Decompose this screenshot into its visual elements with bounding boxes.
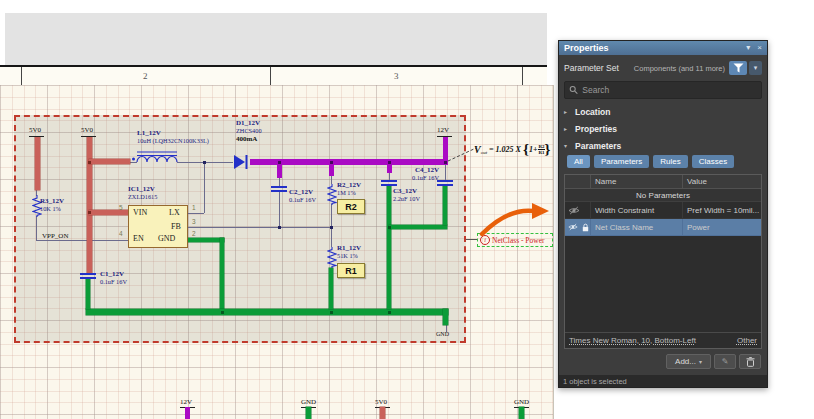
bottom-port-12v-bar[interactable] — [185, 407, 190, 419]
net-gnd-r1[interactable] — [329, 268, 333, 309]
capacitor-c4-symbol[interactable] — [437, 184, 453, 186]
net-12v-stub-c3[interactable] — [387, 165, 392, 173]
net-5v0-inductor-wire[interactable] — [89, 159, 130, 164]
panel-pin-icon[interactable]: ▾ — [746, 44, 750, 52]
c4-designator: C4_12V — [415, 166, 439, 174]
panel-titlebar[interactable]: Properties ▾ × — [559, 41, 767, 55]
r2-value: 1M 1% — [337, 189, 356, 196]
junction-dot — [88, 211, 91, 214]
bottom-port-5v0[interactable]: 5V0 — [375, 398, 387, 406]
capacitor-c1-symbol[interactable] — [80, 273, 96, 275]
net-gnd-c3-c4[interactable] — [389, 225, 447, 229]
trash-icon — [746, 357, 755, 367]
search-box[interactable] — [564, 81, 762, 99]
tab-classes[interactable]: Classes — [692, 155, 734, 168]
ic1-pin-lx: LX — [169, 208, 180, 217]
selection-status-text: 1 object is selected — [563, 377, 627, 386]
tab-rules[interactable]: Rules — [653, 155, 687, 168]
power-port-12v-top[interactable]: 12V — [437, 126, 449, 134]
capacitor-c2-symbol[interactable] — [271, 186, 287, 188]
wire-lx[interactable] — [188, 213, 204, 214]
wire[interactable] — [331, 227, 332, 247]
filter-button[interactable] — [729, 61, 747, 75]
eye-slash-icon[interactable] — [568, 206, 580, 215]
capacitor-c3-symbol[interactable] — [381, 184, 397, 186]
section-location[interactable]: ▸ Location — [564, 103, 762, 120]
r2-classification-tag[interactable]: R2 — [337, 199, 365, 214]
schematic-sheet[interactable]: 5V0 5V0 12V GND R3_12V 10K 1% VPP_ON L1_… — [0, 85, 554, 419]
bottom-port-gnd-2[interactable]: GND — [514, 398, 529, 406]
net-12v-stub-c2[interactable] — [277, 165, 282, 178]
net-gnd-c4[interactable] — [443, 186, 447, 225]
lock-icon[interactable] — [581, 223, 590, 232]
junction-dot — [278, 226, 281, 229]
net-gnd-c3[interactable] — [387, 186, 391, 309]
capacitor-c4-symbol[interactable] — [437, 180, 453, 182]
net-gnd-vertical[interactable] — [220, 238, 224, 312]
net-5v0-port-a[interactable] — [35, 137, 40, 190]
search-input[interactable] — [582, 85, 757, 95]
tab-parameters[interactable]: Parameters — [594, 155, 649, 168]
tab-all[interactable]: All — [567, 155, 590, 168]
power-port-gnd-inner[interactable]: GND — [436, 331, 449, 337]
section-properties[interactable]: ▸ Properties — [564, 120, 762, 137]
power-port-5v0-b[interactable]: 5V0 — [81, 126, 93, 134]
other-link[interactable]: Other — [737, 336, 757, 345]
port-tick — [437, 136, 452, 137]
net-12v-stub-r2[interactable] — [329, 165, 334, 176]
wire-fb[interactable] — [188, 227, 331, 228]
capacitor-c1-symbol[interactable] — [80, 277, 96, 279]
delete-button[interactable] — [739, 354, 761, 369]
wire[interactable] — [389, 172, 390, 180]
bottom-port-5v0-bar[interactable] — [380, 407, 385, 419]
resistor-r2-symbol[interactable] — [327, 184, 337, 205]
filter-dropdown-button[interactable]: ▾ — [749, 61, 762, 75]
eye-slash-icon[interactable] — [568, 223, 578, 231]
net-gnd-c1[interactable] — [86, 278, 90, 309]
power-port-5v0-a[interactable]: 5V0 — [29, 126, 41, 134]
r1-designator: R1_12V — [337, 244, 361, 252]
capacitor-c3-symbol[interactable] — [381, 180, 397, 182]
font-link[interactable]: Times New Roman, 10, Bottom-Left — [569, 336, 696, 345]
panel-close-icon[interactable]: × — [757, 44, 762, 52]
net-label-vpp-on[interactable]: VPP_ON — [42, 232, 68, 240]
net-5v0-port-b[interactable] — [87, 137, 92, 273]
wire[interactable] — [279, 191, 280, 227]
ruler-divider — [21, 67, 22, 85]
wire[interactable] — [204, 162, 205, 213]
wire[interactable] — [331, 204, 332, 227]
l1-value: 10uH (LQH32CN100K33L) — [137, 137, 209, 144]
table-row[interactable]: Width Constraint Pref Width = 10mil... — [565, 202, 761, 219]
parameter-name: Width Constraint — [591, 202, 683, 218]
column-header-value[interactable]: Value — [683, 175, 761, 188]
vout-formula-annotation[interactable]: Vout = 1.025 X { 1+ R2R1 } — [474, 141, 551, 158]
add-button-label: Add... — [675, 357, 696, 366]
bottom-port-12v[interactable]: 12V — [180, 398, 192, 406]
resistor-r1-symbol[interactable] — [327, 247, 337, 268]
junction-dot — [388, 311, 391, 314]
bottom-port-gnd-2-bar[interactable] — [519, 407, 524, 419]
ic1-pin-num-3: 3 — [192, 218, 196, 225]
net-gnd-bus[interactable] — [86, 309, 448, 315]
r3-value: 10K 1% — [40, 205, 61, 212]
bottom-port-gnd-1-bar[interactable] — [306, 407, 311, 419]
wire[interactable] — [331, 176, 332, 184]
wire[interactable] — [36, 216, 37, 241]
c1-value: 0.1uF 16V — [100, 278, 127, 285]
diode-d1-symbol[interactable] — [233, 153, 250, 172]
net-gnd-port-stub[interactable] — [443, 309, 448, 325]
section-parameters[interactable]: ▾ Parameters — [564, 137, 762, 154]
table-row-selected[interactable]: Net Class Name Power — [565, 219, 761, 236]
group-row-no-parameters: No Parameters — [565, 189, 761, 202]
add-button[interactable]: Add... ▾ — [666, 354, 711, 369]
section-label: Properties — [575, 124, 617, 134]
wire[interactable] — [445, 165, 446, 180]
r1-classification-tag[interactable]: R1 — [337, 263, 365, 278]
edit-button[interactable]: ✎ — [714, 354, 736, 369]
inductor-l1-symbol[interactable] — [131, 150, 181, 168]
wire-vpp-on[interactable] — [37, 240, 128, 241]
column-header-name[interactable]: Name — [591, 175, 683, 188]
capacitor-c2-symbol[interactable] — [271, 190, 287, 192]
bottom-port-gnd-1[interactable]: GND — [301, 398, 316, 406]
net-gnd-ic-wire[interactable] — [188, 238, 224, 242]
